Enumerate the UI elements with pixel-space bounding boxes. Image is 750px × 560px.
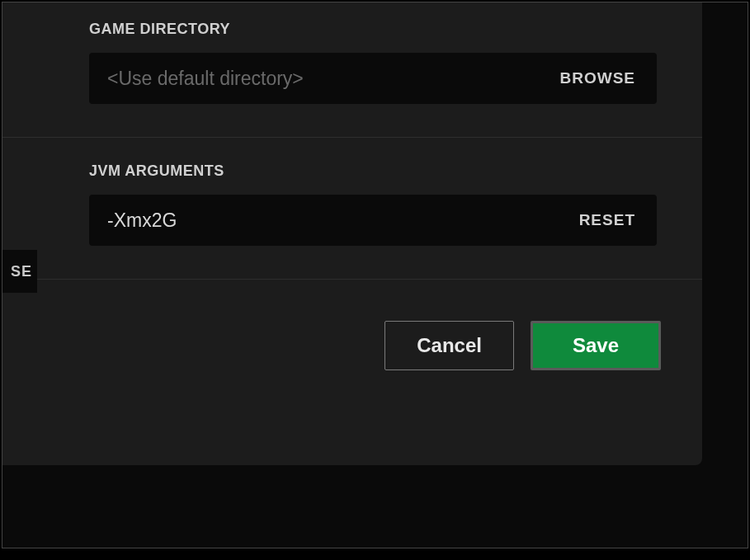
game-directory-section: GAME DIRECTORY BROWSE	[2, 2, 702, 122]
jvm-arguments-row: RESET	[89, 195, 657, 246]
jvm-arguments-section: JVM ARGUMENTS RESET	[2, 144, 702, 264]
browse-button[interactable]: BROWSE	[557, 69, 639, 87]
left-fragment: SE	[2, 250, 37, 293]
settings-panel: GAME DIRECTORY BROWSE JVM ARGUMENTS RESE…	[2, 2, 702, 465]
save-button[interactable]: Save	[531, 321, 661, 370]
cancel-button[interactable]: Cancel	[384, 321, 514, 370]
outer-frame: GAME DIRECTORY BROWSE JVM ARGUMENTS RESE…	[2, 2, 748, 548]
game-directory-row: BROWSE	[89, 53, 657, 104]
divider-2	[2, 279, 702, 280]
divider	[2, 137, 702, 138]
game-directory-input[interactable]	[107, 68, 557, 90]
reset-button[interactable]: RESET	[576, 211, 639, 229]
jvm-arguments-input[interactable]	[107, 209, 576, 232]
jvm-arguments-label: JVM ARGUMENTS	[89, 162, 657, 180]
dialog-buttons: Cancel Save	[2, 289, 702, 395]
game-directory-label: GAME DIRECTORY	[89, 21, 657, 38]
